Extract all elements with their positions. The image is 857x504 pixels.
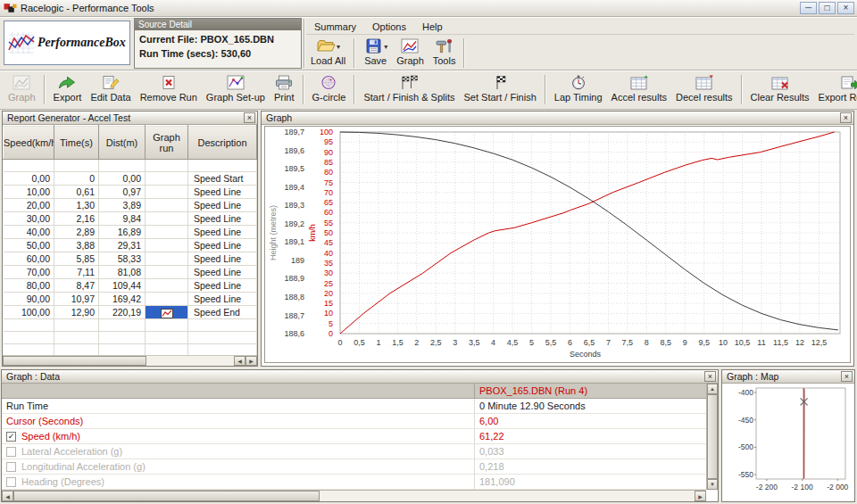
report-table-row[interactable]: 100,0012,90220,19Speed End bbox=[4, 306, 257, 319]
graph-run-cell[interactable] bbox=[146, 212, 188, 226]
report-cell[interactable]: 3,89 bbox=[99, 199, 146, 212]
column-header-speed[interactable]: Speed(km/h) bbox=[4, 126, 54, 160]
scroll-right-icon[interactable] bbox=[245, 356, 257, 366]
report-table-row[interactable]: 20,001,303,89Speed Line bbox=[4, 199, 257, 212]
report-cell[interactable]: 8,47 bbox=[54, 279, 99, 293]
checkbox-unchecked[interactable] bbox=[6, 462, 16, 472]
graph-run-cell[interactable] bbox=[146, 239, 188, 252]
graph-data-label-cell[interactable]: Lateral Acceleration (g) bbox=[2, 444, 475, 459]
report-table-row[interactable]: 80,008,47109,44Speed Line bbox=[4, 279, 257, 293]
column-header-dist[interactable]: Dist(m) bbox=[99, 126, 146, 160]
menu-options[interactable]: Options bbox=[364, 20, 414, 34]
report-cell[interactable]: 109,44 bbox=[99, 279, 146, 293]
report-table-row[interactable]: 90,0010,97169,42Speed Line bbox=[4, 293, 257, 306]
report-cell[interactable] bbox=[99, 319, 146, 332]
graph-run-cell[interactable] bbox=[146, 319, 188, 332]
report-cell[interactable]: Speed Line bbox=[188, 186, 257, 199]
dropdown-arrow-icon[interactable] bbox=[336, 40, 340, 51]
report-cell[interactable]: Speed Line bbox=[188, 199, 257, 212]
report-table-row[interactable] bbox=[4, 332, 257, 344]
report-cell[interactable] bbox=[4, 319, 54, 332]
report-cell[interactable]: 80,00 bbox=[4, 279, 54, 293]
graph-run-cell[interactable] bbox=[146, 226, 188, 239]
graph-map-close-button[interactable] bbox=[841, 371, 853, 382]
scroll-left-icon[interactable] bbox=[234, 356, 245, 366]
graph-run-cell[interactable] bbox=[146, 172, 188, 186]
map-chart-area[interactable]: -2 200-2 100-2 000-400-450-500-550 bbox=[723, 384, 853, 500]
toolbar-button-graph-set-up[interactable]: Graph Set-up bbox=[202, 73, 270, 103]
report-cell[interactable]: 2,16 bbox=[54, 212, 99, 226]
graph-panel-close-button[interactable] bbox=[840, 112, 852, 123]
report-cell[interactable]: 0,00 bbox=[4, 172, 54, 186]
toolbar-button-lap-timing[interactable]: Lap Timing bbox=[550, 73, 607, 103]
scrollbar-track[interactable] bbox=[3, 356, 234, 366]
report-cell[interactable] bbox=[188, 160, 257, 172]
report-cell[interactable]: 50,00 bbox=[4, 239, 54, 252]
report-cell[interactable]: 5,85 bbox=[54, 252, 99, 266]
column-header-description[interactable]: Description bbox=[188, 126, 257, 160]
report-cell[interactable] bbox=[4, 332, 54, 344]
report-cell[interactable] bbox=[188, 319, 257, 332]
report-cell[interactable]: 9,84 bbox=[99, 212, 146, 226]
report-cell[interactable]: Speed End bbox=[188, 306, 257, 319]
report-cell[interactable]: Speed Line bbox=[188, 226, 257, 239]
checkbox-unchecked[interactable] bbox=[6, 447, 16, 457]
report-cell[interactable]: 40,00 bbox=[4, 226, 54, 239]
report-cell[interactable]: 2,89 bbox=[54, 226, 99, 239]
checkbox-unchecked[interactable] bbox=[6, 477, 16, 487]
graph-run-cell[interactable] bbox=[146, 186, 188, 199]
graph-run-cell[interactable] bbox=[146, 199, 188, 212]
report-cell[interactable]: 20,00 bbox=[4, 199, 54, 212]
toolbar-button-edit-data[interactable]: Edit Data bbox=[86, 73, 135, 103]
menu-summary[interactable]: Summary bbox=[306, 20, 364, 34]
graph-chart-area[interactable]: 189,7189,6189,5189,4189,3189,2189,118918… bbox=[264, 126, 851, 363]
report-cell[interactable]: Speed Line bbox=[188, 266, 257, 279]
checkbox-checked[interactable]: ✓ bbox=[6, 432, 16, 442]
toolbar-button-graph[interactable]: Graph bbox=[392, 37, 428, 67]
report-cell[interactable]: 0 bbox=[54, 172, 99, 186]
toolbar-button-export-results[interactable]: Export Results bbox=[814, 73, 857, 103]
header-cell-empty[interactable] bbox=[2, 384, 475, 398]
toolbar-button-tools[interactable]: Tools bbox=[428, 37, 461, 67]
toolbar-button-export[interactable]: Export bbox=[49, 73, 87, 103]
report-cell[interactable]: 30,00 bbox=[4, 212, 54, 226]
scroll-down-icon[interactable] bbox=[707, 479, 718, 490]
report-cell[interactable]: Speed Line bbox=[188, 239, 257, 252]
report-table-row[interactable]: 30,002,169,84Speed Line bbox=[4, 212, 257, 226]
report-cell[interactable] bbox=[188, 332, 257, 344]
minimize-button[interactable]: ─ bbox=[800, 2, 817, 14]
dropdown-arrow-icon[interactable] bbox=[383, 40, 387, 51]
report-cell[interactable]: 60,00 bbox=[4, 252, 54, 266]
scroll-right-icon[interactable] bbox=[695, 491, 706, 501]
report-cell[interactable] bbox=[54, 319, 99, 332]
graph-data-label-cell[interactable]: Longitudinal Acceleration (g) bbox=[2, 459, 475, 474]
report-cell[interactable] bbox=[99, 332, 146, 344]
toolbar-button-clear-results[interactable]: Clear Results bbox=[746, 73, 814, 103]
graph-data-close-button[interactable] bbox=[704, 371, 716, 382]
report-cell[interactable]: 16,89 bbox=[99, 226, 146, 239]
report-cell[interactable]: 90,00 bbox=[4, 293, 54, 306]
report-cell[interactable]: Speed Line bbox=[188, 252, 257, 266]
graph-data-label-cell[interactable]: Heading (Degrees) bbox=[2, 475, 475, 489]
report-cell[interactable]: 220,19 bbox=[99, 306, 146, 319]
graph-run-cell[interactable] bbox=[146, 160, 188, 172]
scrollbar-thumb[interactable] bbox=[13, 491, 320, 501]
maximize-button[interactable]: □ bbox=[819, 2, 836, 14]
report-cell[interactable]: 169,42 bbox=[99, 293, 146, 306]
vertical-scrollbar[interactable] bbox=[706, 384, 718, 490]
toolbar-button-set-start-finish[interactable]: Set Start / Finish bbox=[459, 73, 540, 103]
report-cell[interactable]: Speed Start bbox=[188, 172, 257, 186]
report-cell[interactable] bbox=[4, 160, 54, 172]
toolbar-button-start-finish-splits[interactable]: Start / Finish & Splits bbox=[359, 73, 459, 103]
scrollbar-thumb[interactable] bbox=[3, 356, 146, 366]
report-cell[interactable] bbox=[54, 332, 99, 344]
report-cell[interactable]: 0,61 bbox=[54, 186, 99, 199]
report-cell[interactable]: 10,00 bbox=[4, 186, 54, 199]
column-header-time[interactable]: Time(s) bbox=[54, 126, 99, 160]
report-cell[interactable]: Speed Line bbox=[188, 279, 257, 293]
report-panel-close-button[interactable] bbox=[244, 112, 255, 123]
report-cell[interactable]: 10,97 bbox=[54, 293, 99, 306]
horizontal-scrollbar[interactable] bbox=[2, 490, 706, 501]
graph-data-label-cell[interactable]: Cursor (Seconds) bbox=[2, 414, 475, 428]
report-cell[interactable]: 12,90 bbox=[54, 306, 99, 319]
